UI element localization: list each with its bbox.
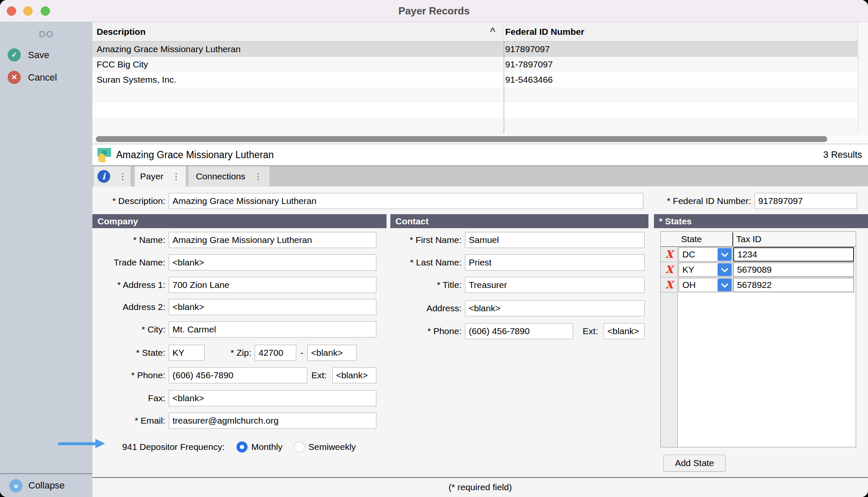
states-column-taxid: Tax ID xyxy=(736,232,762,246)
cell-federal-id: 91-7897097 xyxy=(505,57,553,72)
radio-monthly-label: Monthly xyxy=(251,442,283,452)
federal-id-label: * Federal ID Number: xyxy=(657,196,754,206)
cancel-button[interactable]: ✕ Cancel xyxy=(8,71,57,84)
contact-phone-row: * Phone: Ext: xyxy=(390,323,645,339)
tab-connections[interactable]: Connections ⋮ xyxy=(189,166,270,187)
close-window-button[interactable] xyxy=(7,6,16,16)
trade-name-input[interactable] xyxy=(169,254,376,271)
annotation-arrow-icon xyxy=(58,439,105,448)
first-name-input[interactable] xyxy=(465,232,645,248)
email-input[interactable] xyxy=(169,413,376,429)
state-select[interactable]: KY xyxy=(679,262,732,277)
first-name-label: * First Name: xyxy=(390,235,465,245)
cell-description: FCC Big City xyxy=(97,57,148,72)
address1-label: * Address 1: xyxy=(92,280,169,290)
contact-phone-input[interactable] xyxy=(465,323,573,339)
radio-semiweekly[interactable]: Semiweekly xyxy=(294,441,356,452)
fax-input[interactable] xyxy=(169,390,376,406)
state-zip-row: * State: * Zip: - xyxy=(92,345,357,361)
delete-state-button[interactable]: X xyxy=(661,277,678,293)
zoom-window-button[interactable] xyxy=(41,6,50,16)
fax-label: Fax: xyxy=(92,393,169,403)
address1-row: * Address 1: xyxy=(92,277,376,293)
horizontal-scrollbar[interactable] xyxy=(92,134,868,144)
sort-ascending-icon[interactable]: ^ xyxy=(490,22,495,41)
city-input[interactable] xyxy=(169,321,376,338)
tab-payer[interactable]: Payer ⋮ xyxy=(135,166,186,187)
sidebar: DO ✓ Save ✕ Cancel « Collapse xyxy=(0,22,92,497)
table-row-empty xyxy=(92,87,858,103)
chevron-down-icon xyxy=(721,250,728,257)
federal-id-input[interactable] xyxy=(754,193,857,209)
email-row: * Email: xyxy=(92,413,376,429)
record-title: Amazing Grace Missionary Lutheran xyxy=(116,144,274,165)
table-row[interactable]: Amazing Grace Missionary Lutheran 917897… xyxy=(92,42,858,57)
cell-description: Amazing Grace Missionary Lutheran xyxy=(97,42,241,57)
table-row[interactable]: FCC Big City 91-7897097 xyxy=(92,57,858,72)
email-label: * Email: xyxy=(92,416,169,426)
tax-id-cell xyxy=(733,262,854,277)
first-name-row: * First Name: xyxy=(390,232,645,248)
horizontal-scrollbar-thumb[interactable] xyxy=(96,136,827,142)
tab-info[interactable]: i ⋮ xyxy=(94,166,131,187)
state-select[interactable]: OH xyxy=(679,278,732,292)
cancel-x-icon: ✕ xyxy=(8,71,21,84)
title-input[interactable] xyxy=(465,277,645,293)
last-name-input[interactable] xyxy=(465,254,645,271)
trade-name-label: Trade Name: xyxy=(92,257,169,268)
address2-input[interactable] xyxy=(169,299,376,315)
company-name-input[interactable] xyxy=(169,232,376,248)
payer-money-icon xyxy=(97,148,112,163)
state-dropdown-button[interactable] xyxy=(718,279,732,291)
table-row[interactable]: Suran Systems, Inc. 91-5463466 xyxy=(92,72,858,87)
collapse-chevrons-icon: « xyxy=(9,479,22,492)
tax-id-input[interactable] xyxy=(733,262,854,277)
radio-monthly[interactable]: Monthly xyxy=(236,441,283,452)
kebab-menu-icon[interactable]: ⋮ xyxy=(172,171,180,181)
required-field-note: (* required field) xyxy=(448,482,512,492)
payer-results-table: Description ^ Federal ID Number Amazing … xyxy=(92,22,868,144)
add-state-button[interactable]: Add State xyxy=(663,455,726,472)
table-row-empty xyxy=(92,103,858,118)
vertical-scrollbar[interactable] xyxy=(858,22,868,133)
column-header-federal-id[interactable]: Federal ID Number xyxy=(505,22,584,42)
tax-id-input[interactable] xyxy=(733,247,854,262)
description-input[interactable] xyxy=(169,193,643,209)
state-value: KY xyxy=(682,263,694,276)
cancel-button-label: Cancel xyxy=(28,72,57,83)
description-field-row: * Description: xyxy=(92,193,643,209)
company-ext-input[interactable] xyxy=(332,367,376,383)
chevron-down-icon xyxy=(721,280,728,288)
zip-input[interactable] xyxy=(255,345,296,361)
state-row: X KY xyxy=(661,262,856,277)
delete-state-button[interactable]: X xyxy=(661,262,678,277)
kebab-menu-icon[interactable]: ⋮ xyxy=(119,171,127,181)
contact-address-input[interactable] xyxy=(465,300,645,316)
save-button[interactable]: ✓ Save xyxy=(8,48,49,61)
chevron-down-icon xyxy=(721,265,728,272)
state-dropdown-button[interactable] xyxy=(718,248,732,261)
column-header-description[interactable]: Description xyxy=(97,22,146,42)
states-column-divider xyxy=(732,232,733,246)
minimize-window-button[interactable] xyxy=(23,6,33,16)
contact-ext-input[interactable] xyxy=(604,323,645,339)
depositor-frequency-label: 941 Depositor Frequency: xyxy=(92,442,225,452)
tax-id-input[interactable] xyxy=(733,278,854,292)
zip-plus4-input[interactable] xyxy=(307,345,357,361)
window-title: Payer Records xyxy=(0,0,868,22)
contact-ext-label: Ext: xyxy=(573,326,604,336)
title-label: * Title: xyxy=(390,280,465,290)
company-phone-input[interactable] xyxy=(169,367,307,383)
collapse-button[interactable]: « Collapse xyxy=(0,473,92,497)
state-input[interactable] xyxy=(169,345,205,361)
address2-label: Address 2: xyxy=(92,302,169,312)
state-dropdown-button[interactable] xyxy=(718,263,732,276)
delete-state-button[interactable]: X xyxy=(661,247,678,262)
kebab-menu-icon[interactable]: ⋮ xyxy=(254,171,262,181)
company-name-label: * Name: xyxy=(92,235,169,245)
tab-bar: i ⋮ Payer ⋮ Connections ⋮ xyxy=(92,166,868,187)
state-select[interactable]: DC xyxy=(679,247,732,262)
zip-label: * Zip: xyxy=(205,348,255,358)
address1-input[interactable] xyxy=(169,277,376,293)
state-label: * State: xyxy=(92,348,169,358)
